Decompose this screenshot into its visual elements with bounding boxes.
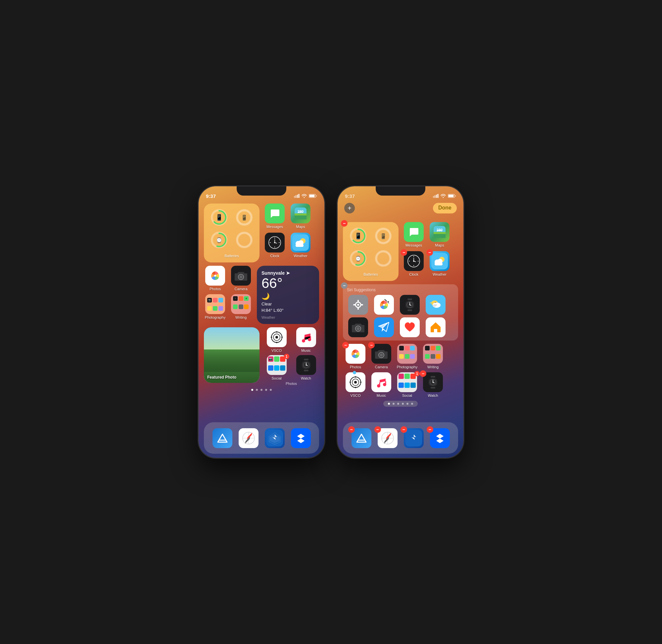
weather-widget[interactable]: Sunnyvale ➤ 66° 🌙 Clear H:84° L:60° Weat…: [257, 266, 319, 324]
vsco-app-right[interactable]: VSCO: [344, 372, 367, 397]
photography-app[interactable]: 📷 Photography: [204, 294, 226, 319]
battery-circle-watch: ⌚: [211, 232, 227, 248]
safari-dock-right[interactable]: −: [376, 428, 399, 448]
telegram-siri[interactable]: [373, 317, 395, 337]
health-siri[interactable]: [398, 317, 421, 337]
dropbox-dock[interactable]: [290, 428, 312, 448]
photos-widget-label: Photos: [264, 382, 319, 386]
watch-app-right[interactable]: − Watch: [422, 372, 444, 397]
delete-appstore[interactable]: −: [348, 426, 355, 433]
delete-watch[interactable]: −: [420, 370, 426, 377]
camera-label: Camera: [234, 287, 247, 291]
twitterrific-siri[interactable]: [424, 295, 447, 315]
svg-point-125: [357, 327, 360, 330]
svg-rect-75: [455, 195, 456, 197]
photos-app[interactable]: Photos: [204, 266, 226, 291]
camera-icon: [231, 266, 251, 285]
svg-rect-6: [310, 195, 315, 197]
camera-icon-right: [371, 344, 391, 364]
delete-weather[interactable]: −: [426, 249, 433, 256]
row1: 📱 📱 ⌚: [204, 204, 319, 262]
music-app-right[interactable]: Music: [370, 372, 393, 397]
rdot-5: [407, 403, 408, 405]
spark-dock-right[interactable]: −: [403, 428, 425, 448]
social-badge: 1: [284, 354, 289, 359]
svg-rect-30: [296, 244, 303, 247]
spark-icon: [265, 428, 285, 448]
battery-circle-phone: 📱: [211, 209, 227, 226]
rdot-3: [397, 403, 399, 405]
watch-app[interactable]: Watch: [295, 355, 317, 380]
maps-app[interactable]: 280 Maps: [289, 204, 312, 229]
messages-app[interactable]: Messages: [264, 204, 286, 229]
writing-label: Writing: [235, 315, 247, 319]
settings-siri[interactable]: [347, 295, 369, 315]
home-content-left: 📱 📱 ⌚: [199, 201, 324, 421]
appstore-icon: [212, 428, 232, 448]
clock-label: Clock: [270, 254, 279, 258]
social-label: Social: [272, 376, 282, 380]
telegram-icon-siri: [374, 317, 394, 337]
social-app-right[interactable]: 1 Social: [396, 372, 418, 397]
delete-siri[interactable]: −: [341, 282, 347, 289]
maps-label: Maps: [296, 225, 305, 229]
delete-spark[interactable]: −: [401, 426, 407, 433]
camera-app-right[interactable]: − Camera: [370, 344, 393, 369]
svg-point-146: [383, 383, 386, 386]
watchface-siri[interactable]: [398, 295, 421, 315]
svg-rect-0: [294, 196, 295, 198]
clock-app[interactable]: Clock: [264, 233, 286, 258]
camera-app[interactable]: Camera: [230, 266, 252, 291]
svg-point-139: [355, 387, 356, 388]
svg-rect-112: [408, 309, 412, 311]
delete-safari[interactable]: −: [374, 426, 381, 433]
delete-dropbox[interactable]: −: [427, 426, 433, 433]
appstore-dock[interactable]: [211, 428, 234, 448]
delete-clock[interactable]: −: [401, 249, 407, 256]
writing-app-right[interactable]: Writing: [422, 344, 444, 369]
writing-app[interactable]: ◾ B Writing: [230, 294, 252, 319]
featured-photo-widget[interactable]: Featured Photo: [204, 327, 259, 383]
spark-dock[interactable]: [264, 428, 286, 448]
vsco-icon-right: [346, 372, 365, 392]
vsco-app[interactable]: VSCO: [266, 327, 288, 352]
delete-batteries[interactable]: −: [341, 220, 347, 227]
home-siri[interactable]: [424, 317, 447, 337]
photos-siri[interactable]: [373, 295, 395, 315]
photography-icon: 📷: [205, 294, 225, 314]
svg-point-145: [377, 384, 380, 388]
delete-photos[interactable]: −: [342, 342, 349, 348]
photography-app-right[interactable]: Photography: [396, 344, 418, 369]
rdot-2: [393, 403, 394, 405]
weather-app-right[interactable]: − Weather: [428, 251, 451, 276]
dropbox-dock-right[interactable]: −: [429, 428, 451, 448]
vsco-label-right: VSCO: [350, 393, 361, 397]
svg-point-137: [354, 381, 357, 384]
svg-point-33: [214, 275, 216, 277]
messages-label: Messages: [267, 225, 283, 229]
appstore-dock-right[interactable]: −: [350, 428, 373, 448]
camera-siri[interactable]: [347, 317, 369, 337]
right-apps-row1: − Photos: [343, 344, 458, 369]
wifi-icon: [301, 194, 307, 199]
svg-rect-149: [431, 387, 435, 389]
delete-camera[interactable]: −: [368, 342, 375, 348]
weather-app[interactable]: Weather: [289, 233, 312, 258]
weather-label: Weather: [294, 254, 307, 258]
svg-rect-15: [295, 213, 306, 215]
add-widget-button[interactable]: +: [344, 203, 355, 213]
svg-point-41: [276, 331, 277, 332]
social-app[interactable]: 1 📷 Soci: [266, 355, 288, 380]
clock-app-right[interactable]: −: [403, 251, 425, 276]
batteries-widget-right[interactable]: 📱 📱 ⌚: [343, 222, 398, 281]
svg-rect-126: [376, 319, 392, 336]
safari-dock[interactable]: [237, 428, 260, 448]
done-button[interactable]: Done: [433, 203, 457, 213]
maps-app-right[interactable]: 280 Maps: [428, 222, 451, 247]
batteries-widget[interactable]: 📱 📱 ⌚: [204, 204, 259, 262]
music-app[interactable]: Music: [295, 327, 317, 352]
dock-right: − −: [343, 422, 458, 454]
messages-app-right[interactable]: Messages: [403, 222, 425, 247]
photos-app-right[interactable]: − Photos: [344, 344, 367, 369]
battery-circle-empty-right: 📱: [375, 228, 392, 244]
